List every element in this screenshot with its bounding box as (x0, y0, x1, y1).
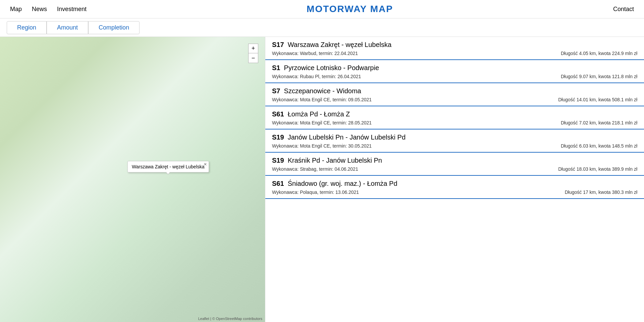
route-length: Długość 18.03 km, kwota 389.9 mln zł (558, 166, 637, 172)
zoom-out-button[interactable]: − (249, 53, 258, 63)
route-executor: Wykonawca: Warbud, termin: 22.04.2021 (272, 51, 358, 56)
route-length: Długość 17 km, kwota 380.3 mln zł (565, 190, 637, 195)
route-executor: Wykonawca: Mota Engil CE, termin: 30.05.… (272, 143, 372, 149)
route-title: S61 Śniadowo (gr. woj. maz.) - Łomża Pd (272, 180, 637, 187)
route-details: Wykonawca: Mota Engil CE, termin: 30.05.… (272, 143, 637, 149)
route-executor: Wykonawca: Polaqua, termin: 13.06.2021 (272, 190, 359, 195)
route-item-3[interactable]: S7 Szczepanowice - Widoma Wykonawca: Mot… (265, 83, 644, 106)
route-executor: Wykonawca: Mota Engil CE, termin: 28.05.… (272, 120, 372, 125)
tab-amount[interactable]: Amount (47, 21, 88, 34)
main-nav: Map News Investment (10, 6, 87, 13)
route-details: Wykonawca: Mota Engil CE, termin: 09.05.… (272, 97, 637, 102)
route-details: Wykonawca: Polaqua, termin: 13.06.2021 D… (272, 190, 637, 195)
tooltip-text: Warszawa Zakręt - węzeł Lubelska (132, 164, 205, 169)
route-item-4[interactable]: S61 Łomża Pd - Łomża Z Wykonawca: Mota E… (265, 106, 644, 129)
route-item-7[interactable]: S61 Śniadowo (gr. woj. maz.) - Łomża Pd … (265, 176, 644, 199)
route-title: S17 Warszawa Zakręt - węzeł Lubelska (272, 41, 637, 49)
nav-investment-link[interactable]: Investment (57, 6, 87, 13)
route-title: S61 Łomża Pd - Łomża Z (272, 110, 637, 118)
tab-completion[interactable]: Completion (88, 21, 140, 34)
map-tooltip: ✕ Warszawa Zakręt - węzeł Lubelska (127, 161, 209, 172)
route-executor: Wykonawca: Rubau Pl, termin: 26.04.2021 (272, 74, 361, 79)
route-details: Wykonawca: Warbud, termin: 22.04.2021 Dł… (272, 51, 637, 56)
map-credits: Leaflet | © OpenStreetMap contributors (198, 317, 262, 321)
route-item-1[interactable]: S17 Warszawa Zakręt - węzeł Lubelska Wyk… (265, 37, 644, 60)
main-content: Gdynia Gdańsk Słupsk Świnoujście Szczeci… (0, 37, 644, 322)
contact-link[interactable]: Contact (613, 6, 634, 13)
route-length: Długość 6.03 km, kwota 148.5 mln zł (561, 143, 637, 149)
route-item-5[interactable]: S19 Janów Lubelski Pn - Janów Lubelski P… (265, 129, 644, 153)
route-details: Wykonawca: Rubau Pl, termin: 26.04.2021 … (272, 74, 637, 79)
route-executor: Wykonawca: Mota Engil CE, termin: 09.05.… (272, 97, 372, 102)
zoom-in-button[interactable]: + (249, 44, 258, 53)
map-container[interactable]: Gdynia Gdańsk Słupsk Świnoujście Szczeci… (0, 37, 265, 322)
route-length: Długość 7.02 km, kwota 218.1 mln zł (561, 120, 637, 125)
route-item-2[interactable]: S1 Pyrzowice Lotnisko - Podwarpie Wykona… (265, 60, 644, 83)
route-length: Długość 9.07 km, kwota 121.8 mln zł (561, 74, 637, 79)
tooltip-close-button[interactable]: ✕ (204, 162, 207, 167)
routes-panel: S17 Warszawa Zakręt - węzeł Lubelska Wyk… (265, 37, 644, 322)
tab-region[interactable]: Region (7, 21, 47, 34)
route-title: S19 Janów Lubelski Pn - Janów Lubelski P… (272, 133, 637, 141)
route-item-6[interactable]: S19 Kraśnik Pd - Janów Lubelski Pn Wykon… (265, 153, 644, 176)
nav-news-link[interactable]: News (32, 6, 47, 13)
map-zoom-controls: + − (248, 44, 258, 63)
route-details: Wykonawca: Mota Engil CE, termin: 28.05.… (272, 120, 637, 125)
route-title: S19 Kraśnik Pd - Janów Lubelski Pn (272, 157, 637, 164)
route-length: Długość 4.05 km, kwota 224.9 mln zł (561, 51, 637, 56)
route-title: S1 Pyrzowice Lotnisko - Podwarpie (272, 64, 637, 72)
map-background (0, 37, 265, 322)
header: Map News Investment MOTORWAY MAP Contact (0, 0, 644, 18)
route-executor: Wykonawca: Strabag, termin: 04.06.2021 (272, 166, 358, 172)
route-details: Wykonawca: Strabag, termin: 04.06.2021 D… (272, 166, 637, 172)
page-title: MOTORWAY MAP (307, 4, 393, 14)
route-title: S7 Szczepanowice - Widoma (272, 87, 637, 95)
nav-map-link[interactable]: Map (10, 6, 22, 13)
route-length: Długość 14.01 km, kwota 508.1 mln zł (558, 97, 637, 102)
filter-tabs: Region Amount Completion (0, 18, 644, 37)
